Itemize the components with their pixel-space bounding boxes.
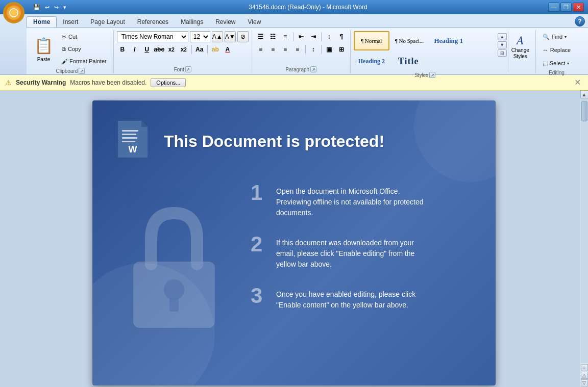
- tab-page-layout[interactable]: Page Layout: [84, 16, 131, 28]
- maximize-btn[interactable]: ❐: [560, 3, 572, 12]
- quick-access-toolbar: 💾 ↩ ↪ ▾: [32, 4, 68, 11]
- sort-btn[interactable]: ↕: [324, 31, 335, 42]
- tab-mailings[interactable]: Mailings: [175, 16, 209, 28]
- change-styles-btn[interactable]: 𝐴 ChangeStyles: [508, 31, 532, 72]
- style-heading2[interactable]: Heading 2: [354, 51, 389, 71]
- tab-review[interactable]: Review: [209, 16, 241, 28]
- format-painter-btn[interactable]: 🖌 Format Painter: [58, 56, 110, 67]
- scroll-page-up-btn[interactable]: △: [581, 372, 588, 379]
- instruction-1-text: Open the document in Microsoft Office. P…: [276, 182, 423, 218]
- bullets-btn[interactable]: ☰: [255, 31, 266, 42]
- scroll-track[interactable]: [581, 98, 588, 363]
- tab-insert[interactable]: Insert: [57, 16, 84, 28]
- security-close-btn[interactable]: ✕: [572, 78, 583, 87]
- paste-btn[interactable]: 📋: [31, 36, 57, 56]
- para-row1: ☰ ☷ ≡ ⇤ ⇥ ↕ ¶: [255, 31, 347, 42]
- office-button-inner: [7, 6, 21, 20]
- align-right-btn[interactable]: ≡: [280, 44, 291, 55]
- clear-format-btn[interactable]: ⊘: [237, 31, 249, 42]
- increase-indent-btn[interactable]: ⇥: [308, 31, 319, 42]
- justify-btn[interactable]: ≡: [292, 44, 303, 55]
- shading-btn[interactable]: ▣: [324, 44, 335, 55]
- font-group: Times New Roman 12 A▲ A▼ ⊘ B I U abc x2: [114, 30, 252, 73]
- select-btn[interactable]: ⬚ Select ▾: [539, 58, 573, 69]
- svg-rect-4: [122, 134, 136, 135]
- bold-btn[interactable]: B: [117, 44, 128, 55]
- font-shrink-btn[interactable]: A▼: [225, 31, 236, 42]
- change-case-btn[interactable]: Aa: [194, 44, 205, 55]
- clipboard-expand-btn[interactable]: ↗: [79, 68, 85, 74]
- replace-btn[interactable]: ↔ Replace: [539, 44, 574, 56]
- editing-group-label: Editing: [539, 69, 574, 75]
- font-grow-btn[interactable]: A▲: [212, 31, 223, 42]
- font-name-select[interactable]: Times New Roman: [117, 31, 188, 42]
- security-message: Macros have been disabled.: [70, 79, 146, 86]
- style-heading1[interactable]: Heading 1: [429, 31, 468, 50]
- styles-controls: ▲ ▼ ⊞: [497, 31, 508, 72]
- office-button[interactable]: [3, 2, 24, 23]
- security-icon: ⚠: [5, 79, 12, 87]
- numbering-btn[interactable]: ☷: [267, 31, 279, 42]
- style-normal[interactable]: ¶ Normal: [354, 31, 389, 50]
- tab-home[interactable]: Home: [27, 16, 57, 28]
- undo-qat-btn[interactable]: ↩: [43, 4, 51, 11]
- styles-scroll-down-btn[interactable]: ▼: [498, 41, 507, 48]
- align-left-btn[interactable]: ≡: [255, 44, 266, 55]
- scroll-page-down-btn[interactable]: ▽: [581, 379, 588, 386]
- doc-title: This Document is protected!: [164, 132, 384, 151]
- window-title: 341546.docm (Read-Only) - Microsoft Word: [249, 4, 368, 11]
- scroll-thumb[interactable]: [581, 101, 587, 121]
- help-btn[interactable]: ?: [575, 16, 585, 27]
- find-btn[interactable]: 🔍 Find ▾: [539, 31, 570, 42]
- superscript-btn[interactable]: x2: [178, 44, 189, 55]
- svg-marker-2: [141, 121, 148, 127]
- minimize-btn[interactable]: —: [548, 3, 559, 12]
- styles-scroll-up-btn[interactable]: ▲: [498, 33, 507, 40]
- save-qat-btn[interactable]: 💾: [32, 4, 42, 11]
- paragraph-group-label: Paragraph ↗: [255, 65, 347, 72]
- borders-btn[interactable]: ⊞: [336, 44, 347, 55]
- font-expand-btn[interactable]: ↗: [185, 66, 191, 72]
- para-sep4: [321, 45, 322, 54]
- styles-expand-btn[interactable]: ↗: [429, 72, 435, 78]
- multilevel-btn[interactable]: ≡: [280, 31, 291, 42]
- redo-qat-btn[interactable]: ↪: [53, 4, 60, 11]
- options-btn[interactable]: Options...: [151, 78, 186, 87]
- underline-btn[interactable]: U: [141, 44, 153, 55]
- tab-view[interactable]: View: [242, 16, 267, 28]
- instruction-1: 1 Open the document in Microsoft Office.…: [251, 182, 470, 218]
- qat-dropdown-btn[interactable]: ▾: [62, 4, 68, 11]
- scroll-select-btn[interactable]: ○: [581, 364, 588, 371]
- find-dropdown[interactable]: ▾: [565, 35, 567, 39]
- paragraph-expand-btn[interactable]: ↗: [310, 66, 316, 72]
- tab-references[interactable]: References: [131, 16, 175, 28]
- strikethrough-btn[interactable]: abc: [154, 44, 165, 55]
- style-no-spacing[interactable]: ¶ No Spaci...: [390, 31, 429, 50]
- doc-page: W This Document is protected! 1: [92, 100, 496, 385]
- close-btn[interactable]: ✕: [573, 3, 584, 12]
- styles-gallery: ¶ Normal ¶ No Spaci... Heading 1 Heading…: [354, 31, 497, 71]
- svg-rect-3: [122, 130, 138, 132]
- copy-btn[interactable]: ⧉ Copy: [58, 43, 85, 55]
- style-title[interactable]: Title: [390, 51, 426, 71]
- select-dropdown[interactable]: ▾: [567, 61, 569, 66]
- scroll-up-btn[interactable]: ▲: [580, 90, 589, 98]
- text-highlight-btn[interactable]: ab: [210, 44, 221, 55]
- show-marks-btn[interactable]: ¶: [336, 31, 347, 42]
- styles-scroll-more-btn[interactable]: ⊞: [498, 49, 507, 57]
- select-icon: ⬚: [543, 60, 548, 67]
- subscript-btn[interactable]: x2: [166, 44, 177, 55]
- italic-btn[interactable]: I: [129, 44, 140, 55]
- ribbon-area: ? Home Insert Page Layout References Mai…: [0, 14, 588, 75]
- instruction-3-text: Once you have enabled editing, please cl…: [276, 285, 415, 311]
- window-controls: — ❐ ✕: [548, 3, 584, 12]
- align-center-btn[interactable]: ≡: [267, 44, 279, 55]
- font-size-select[interactable]: 12: [190, 31, 210, 42]
- paste-icon: 📋: [34, 38, 53, 54]
- para-sep1: [293, 32, 293, 41]
- cut-btn[interactable]: ✂ Cut: [58, 31, 81, 42]
- line-spacing-btn[interactable]: ↕: [308, 44, 319, 55]
- font-color-btn[interactable]: A: [222, 44, 233, 55]
- title-bar: 💾 ↩ ↪ ▾ 341546.docm (Read-Only) - Micros…: [0, 0, 588, 14]
- decrease-indent-btn[interactable]: ⇤: [296, 31, 307, 42]
